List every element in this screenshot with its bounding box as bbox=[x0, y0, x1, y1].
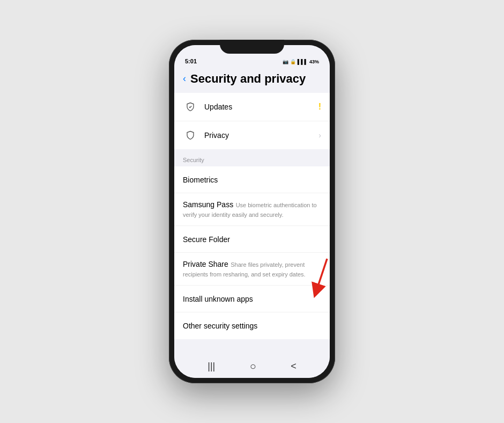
updates-content: Updates bbox=[204, 102, 318, 112]
back-button[interactable]: ‹ bbox=[181, 71, 188, 86]
samsung-pass-content: Samsung Pass Use biometric authenticatio… bbox=[183, 200, 321, 219]
phone-frame: 5:01 📷 🔒 ▌▌▌ 43% ‹ Security and privacy bbox=[169, 40, 335, 383]
private-share-title: Private Share bbox=[183, 260, 228, 268]
privacy-title: Privacy bbox=[204, 131, 229, 140]
biometrics-title: Biometrics bbox=[183, 176, 218, 184]
security-section-header: Security bbox=[174, 150, 330, 166]
battery-label: 43% bbox=[309, 59, 319, 64]
status-icons: 📷 🔒 ▌▌▌ 43% bbox=[283, 59, 319, 64]
biometrics-content: Biometrics bbox=[183, 175, 321, 185]
install-unknown-content: Install unknown apps bbox=[183, 294, 321, 304]
list-item-updates[interactable]: Updates ! bbox=[174, 93, 330, 121]
phone-notch bbox=[220, 40, 284, 54]
list-item-private-share[interactable]: Private Share Share files privately, pre… bbox=[174, 253, 330, 286]
privacy-icon bbox=[183, 128, 198, 143]
screen-content: ‹ Security and privacy Updates bbox=[174, 67, 330, 354]
security-section-label: Security bbox=[183, 157, 204, 163]
list-item-other-security[interactable]: Other security settings bbox=[174, 312, 330, 339]
page-title: Security and privacy bbox=[190, 72, 306, 86]
updates-right: ! bbox=[318, 102, 321, 112]
lock-icon: 🔒 bbox=[290, 59, 296, 64]
secure-folder-content: Secure Folder bbox=[183, 235, 321, 244]
list-item-biometrics[interactable]: Biometrics bbox=[174, 166, 330, 193]
list-item-samsung-pass[interactable]: Samsung Pass Use biometric authenticatio… bbox=[174, 193, 330, 226]
bottom-nav: ||| ○ < bbox=[174, 354, 330, 378]
top-items-section: Updates ! Privacy bbox=[174, 93, 330, 149]
phone-screen: 5:01 📷 🔒 ▌▌▌ 43% ‹ Security and privacy bbox=[174, 45, 330, 378]
secure-folder-title: Secure Folder bbox=[183, 235, 230, 244]
updates-title: Updates bbox=[204, 103, 232, 111]
privacy-chevron-icon: › bbox=[318, 131, 321, 140]
list-item-privacy[interactable]: Privacy › bbox=[174, 121, 330, 149]
status-time: 5:01 bbox=[185, 58, 197, 64]
list-item-secure-folder[interactable]: Secure Folder bbox=[174, 226, 330, 253]
samsung-pass-title: Samsung Pass bbox=[183, 200, 233, 209]
privacy-content: Privacy bbox=[204, 130, 318, 140]
install-unknown-title: Install unknown apps bbox=[183, 295, 253, 303]
page-header: ‹ Security and privacy bbox=[174, 67, 330, 93]
list-item-install-unknown[interactable]: Install unknown apps bbox=[174, 286, 330, 312]
other-security-content: Other security settings bbox=[183, 321, 321, 331]
camera-icon: 📷 bbox=[283, 59, 288, 64]
updates-warning-icon: ! bbox=[318, 102, 321, 112]
updates-icon bbox=[183, 99, 198, 114]
privacy-right: › bbox=[318, 131, 321, 140]
signal-icon: ▌▌▌ bbox=[298, 59, 308, 64]
recent-apps-button[interactable]: ||| bbox=[207, 361, 215, 372]
home-button[interactable]: ○ bbox=[250, 360, 256, 373]
private-share-content: Private Share Share files privately, pre… bbox=[183, 259, 321, 279]
back-button-nav[interactable]: < bbox=[291, 361, 297, 372]
security-items-section: Biometrics Samsung Pass Use biometric au… bbox=[174, 166, 330, 339]
other-security-title: Other security settings bbox=[183, 322, 257, 330]
